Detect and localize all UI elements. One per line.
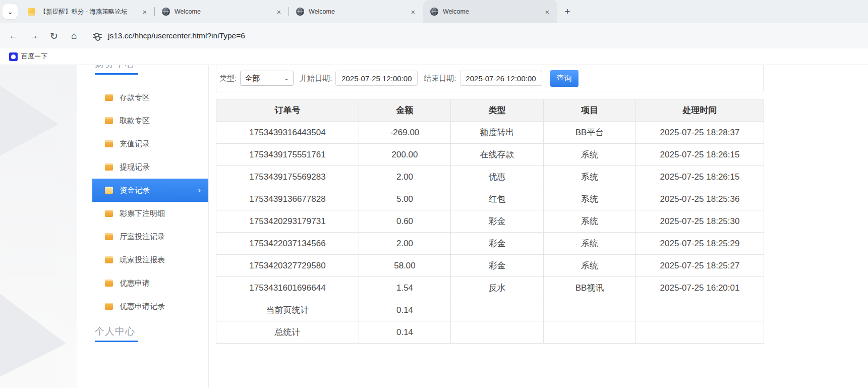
sidebar-section-title: 个人中心 — [95, 325, 208, 338]
type-select[interactable]: 全部 ⌄ — [240, 71, 294, 86]
tab-close-icon[interactable]: × — [274, 7, 284, 17]
sidebar-section-personal: 个人中心 — [92, 325, 208, 342]
tab-close-icon[interactable]: × — [542, 7, 552, 17]
sidebar-item[interactable]: 存款专区 › — [92, 86, 208, 109]
table-cell: 系统 — [544, 233, 636, 255]
table-cell: 系统 — [544, 166, 636, 188]
sidebar: 财务中心 存款专区 › 取款专区 › 充值记录 › 提现记录 › 资金记录 › … — [92, 65, 209, 388]
browser-tab[interactable]: Welcome × — [289, 0, 423, 23]
tab-search-button[interactable]: ⌄ — [3, 4, 18, 19]
back-button[interactable]: ← — [5, 27, 22, 44]
tab-title: 【新提醒】积分 - 海燕策略论坛 — [40, 8, 135, 16]
table-cell: 2025-07-25 18:25:27 — [636, 255, 764, 277]
start-date-label: 开始日期: — [300, 74, 332, 83]
start-date-input[interactable] — [335, 71, 418, 86]
sidebar-item[interactable]: 厅室投注记录 › — [92, 225, 208, 248]
browser-tab[interactable]: 【新提醒】积分 - 海燕策略论坛 × — [21, 0, 155, 23]
table-row: 1753439316443504-269.00额度转出BB平台2025-07-2… — [216, 122, 764, 144]
forward-button[interactable]: → — [25, 27, 42, 44]
sidebar-item-label: 存款专区 — [120, 93, 150, 102]
table-cell: 2.00 — [359, 166, 451, 188]
site-info-icon[interactable] — [93, 32, 102, 39]
table-row: 17534391755692832.00优惠系统2025-07-25 18:26… — [216, 166, 764, 188]
chevron-down-icon: ⌄ — [7, 8, 13, 16]
table-cell: 系统 — [544, 210, 636, 233]
refresh-button[interactable]: ↻ — [45, 27, 63, 44]
table-cell: 系统 — [544, 144, 636, 166]
decorative-background — [0, 65, 77, 388]
home-button[interactable]: ⌂ — [66, 27, 83, 44]
table-row: 175342032772958058.00彩金系统2025-07-25 18:2… — [216, 255, 764, 277]
table-cell: 彩金 — [451, 255, 544, 277]
globe-icon — [162, 8, 170, 16]
promo-apply-icon — [105, 280, 113, 287]
withdrawal-record-icon — [105, 163, 113, 171]
table-cell: 系统 — [544, 255, 636, 277]
new-tab-button[interactable]: + — [560, 5, 574, 19]
tab-close-icon[interactable]: × — [408, 7, 418, 17]
browser-tab[interactable]: Welcome × — [155, 0, 289, 23]
table-cell: 彩金 — [451, 210, 544, 233]
section-underline — [95, 73, 138, 75]
table-cell: 2025-07-25 18:25:30 — [636, 210, 764, 233]
sidebar-item-label: 充值记录 — [120, 139, 150, 149]
baidu-icon — [9, 52, 18, 61]
table-cell: 2025-07-25 16:20:01 — [636, 277, 764, 299]
end-date-label: 结束日期: — [424, 74, 456, 83]
end-date-input[interactable] — [460, 71, 542, 86]
table-cell: 1753420327729580 — [216, 255, 359, 277]
home-icon: ⌂ — [71, 30, 77, 41]
chevron-down-icon: ⌄ — [284, 75, 289, 82]
table-cell: -269.00 — [359, 122, 451, 144]
table-cell: 额度转出 — [451, 122, 544, 144]
column-header: 项目 — [544, 99, 636, 122]
tab-close-icon[interactable]: × — [140, 7, 150, 17]
back-icon: ← — [9, 30, 19, 41]
tab-title: Welcome — [309, 8, 403, 15]
lottery-bet-detail-icon — [105, 210, 113, 217]
bookmark-baidu[interactable]: 百度一下 — [5, 50, 51, 63]
table-cell: 1753431601696644 — [216, 277, 359, 299]
type-label: 类型: — [219, 74, 237, 83]
bookmarks-bar: 百度一下 — [0, 48, 868, 65]
table-cell: 2025-07-25 18:28:37 — [636, 122, 764, 144]
search-button[interactable]: 查询 — [550, 70, 578, 87]
sidebar-section-finance: 财务中心 — [92, 65, 208, 75]
table-header-row: 订单号金额类型项目处理时间 — [216, 99, 764, 122]
sidebar-item[interactable]: 优惠申请 › — [92, 271, 208, 295]
table-cell: 2025-07-25 18:26:15 — [636, 144, 764, 166]
table-cell: 5.00 — [359, 188, 451, 210]
refresh-icon: ↻ — [50, 30, 58, 42]
funds-record-table: 订单号金额类型项目处理时间 1753439316443504-269.00额度转… — [216, 99, 764, 344]
browser-window: ⌄ 【新提醒】积分 - 海燕策略论坛 × Welcome × Welcome ×… — [0, 0, 868, 388]
sidebar-item[interactable]: 充值记录 › — [92, 132, 208, 155]
address-bar[interactable]: js13.cc/hhcp/usercenter.html?iniType=6 — [108, 31, 245, 40]
sidebar-item[interactable]: 玩家投注报表 › — [92, 248, 208, 271]
table-cell: 1753439316443504 — [216, 122, 359, 144]
tab-strip: ⌄ 【新提醒】积分 - 海燕策略论坛 × Welcome × Welcome ×… — [0, 0, 868, 23]
table-cell — [451, 299, 544, 321]
table-cell: 总统计 — [216, 321, 359, 344]
document-icon — [28, 8, 35, 16]
tab-list: 【新提醒】积分 - 海燕策略论坛 × Welcome × Welcome × W… — [21, 0, 557, 23]
table-cell — [451, 321, 544, 344]
browser-tab[interactable]: Welcome × — [423, 0, 557, 23]
section-underline — [95, 341, 138, 342]
sidebar-item[interactable]: 提现记录 › — [92, 155, 208, 179]
column-header: 订单号 — [216, 99, 359, 122]
table-row: 1753439175551761200.00在线存款系统2025-07-25 1… — [216, 144, 764, 166]
table-cell: 红包 — [451, 188, 544, 210]
table-cell: 2025-07-25 18:25:29 — [636, 233, 764, 255]
sidebar-item[interactable]: 资金记录 › — [92, 179, 208, 202]
bookmark-label: 百度一下 — [21, 52, 47, 61]
sidebar-item[interactable]: 取款专区 › — [92, 109, 208, 132]
table-cell: 0.60 — [359, 210, 451, 233]
sidebar-item[interactable]: 优惠申请记录 › — [92, 295, 208, 318]
sidebar-item-label: 取款专区 — [120, 116, 150, 126]
filter-bar: 类型: 全部 ⌄ 开始日期: 结束日期: 查询 — [216, 65, 764, 92]
sidebar-menu: 存款专区 › 取款专区 › 充值记录 › 提现记录 › 资金记录 › 彩票下注明… — [92, 86, 208, 318]
main-content: 类型: 全部 ⌄ 开始日期: 结束日期: 查询 订单号金额类型项目处理时间 17… — [216, 65, 766, 388]
sidebar-item[interactable]: 彩票下注明细 › — [92, 202, 208, 225]
table-row: 当前页统计0.14 — [216, 299, 764, 321]
table-cell: 1753422037134566 — [216, 233, 359, 255]
